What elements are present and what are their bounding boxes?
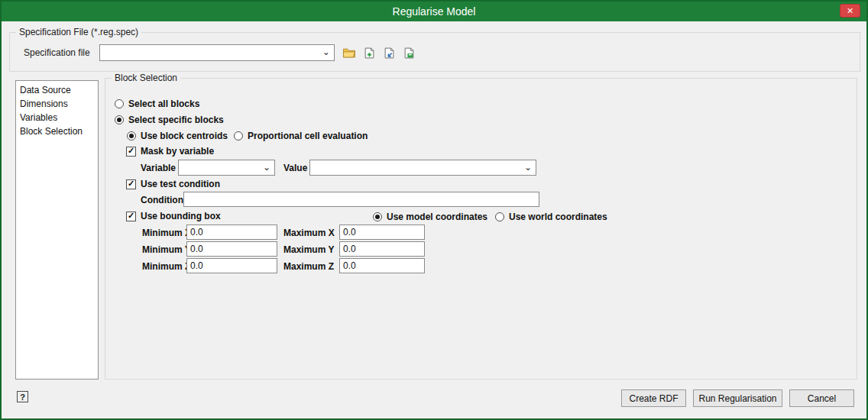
proportional-cell-evaluation-label: Proportional cell evaluation [248, 131, 368, 141]
select-specific-blocks-label: Select specific blocks [128, 115, 224, 125]
checkbox-icon [126, 179, 136, 189]
sidebar-item-data-source[interactable]: Data Source [16, 83, 98, 97]
specification-file-toolbar [342, 46, 416, 60]
create-rdf-button[interactable]: Create RDF [621, 389, 686, 407]
maximum-z-label: Maximum Z [283, 261, 334, 272]
maximum-y-input[interactable] [339, 241, 425, 257]
variable-label: Variable [141, 163, 176, 173]
minimum-y-input[interactable] [186, 241, 277, 257]
title-bar[interactable]: Regularise Model ✕ [2, 2, 866, 21]
specification-file-group-title: Specification File (*.reg.spec) [16, 27, 141, 37]
page-list: Data Source Dimensions Variables Block S… [15, 80, 99, 380]
close-button[interactable]: ✕ [840, 4, 860, 18]
minimum-z-label: Minimum Z [142, 261, 190, 272]
radio-icon [115, 99, 124, 108]
radio-icon [495, 212, 504, 221]
new-file-icon[interactable] [362, 46, 377, 60]
condition-label: Condition [141, 195, 183, 205]
sidebar-item-variables[interactable]: Variables [16, 111, 98, 124]
regularise-model-dialog: Regularise Model ✕ Specification File (*… [0, 0, 868, 420]
close-icon: ✕ [847, 5, 853, 17]
radio-icon [234, 131, 243, 141]
block-selection-group-title: Block Selection [112, 73, 180, 83]
minimum-z-input[interactable] [186, 258, 277, 273]
radio-icon [115, 115, 124, 124]
window-title: Regularise Model [393, 5, 476, 18]
maximum-y-label: Maximum Y [283, 244, 334, 255]
value-label: Value [283, 163, 307, 173]
chevron-down-icon: ⌄ [263, 163, 270, 172]
use-world-coordinates-radio[interactable]: Use world coordinates [495, 211, 607, 223]
minimum-x-input[interactable] [186, 225, 277, 240]
condition-input[interactable] [183, 192, 539, 207]
run-regularisation-button[interactable]: Run Regularisation [693, 389, 782, 407]
checkbox-icon [126, 212, 136, 221]
sidebar-item-block-selection[interactable]: Block Selection [16, 124, 98, 138]
minimum-y-label: Minimum Y [142, 244, 191, 255]
use-world-coordinates-label: Use world coordinates [509, 212, 607, 222]
use-block-centroids-label: Use block centroids [141, 131, 228, 141]
use-model-coordinates-label: Use model coordinates [387, 212, 487, 222]
mask-by-variable-label: Mask by variable [141, 146, 214, 157]
open-folder-icon[interactable] [342, 46, 357, 60]
cancel-button[interactable]: Cancel [789, 389, 854, 407]
maximum-x-input[interactable] [339, 225, 425, 240]
specification-file-group: Specification File (*.reg.spec) Specific… [9, 32, 860, 72]
specification-file-row: Specification file ⌄ [24, 44, 416, 61]
use-block-centroids-radio[interactable]: Use block centroids [127, 130, 228, 142]
maximum-z-input[interactable] [339, 258, 425, 273]
use-test-condition-label: Use test condition [141, 179, 220, 189]
variable-combobox[interactable]: ⌄ [178, 160, 275, 176]
select-specific-blocks-radio[interactable]: Select specific blocks [115, 114, 224, 126]
maximum-x-label: Maximum X [283, 228, 335, 238]
chevron-down-icon: ⌄ [524, 163, 532, 172]
help-button[interactable]: ? [17, 391, 28, 402]
import-file-icon[interactable] [382, 46, 397, 60]
mask-by-variable-checkbox[interactable]: Mask by variable [126, 145, 214, 157]
specification-file-combobox[interactable]: ⌄ [99, 44, 335, 61]
select-all-blocks-label: Select all blocks [128, 99, 199, 109]
use-test-condition-checkbox[interactable]: Use test condition [126, 178, 220, 190]
checkbox-icon [126, 147, 136, 157]
save-file-icon[interactable] [402, 46, 416, 60]
specification-file-label: Specification file [24, 47, 90, 58]
sidebar-item-dimensions[interactable]: Dimensions [16, 97, 98, 111]
question-mark-icon: ? [20, 393, 25, 402]
block-selection-group: Block Selection Select all blocks Select… [105, 78, 857, 380]
radio-icon [373, 212, 382, 221]
radio-icon [127, 131, 136, 141]
select-all-blocks-radio[interactable]: Select all blocks [115, 98, 199, 110]
proportional-cell-evaluation-radio[interactable]: Proportional cell evaluation [234, 130, 368, 142]
use-bounding-box-checkbox[interactable]: Use bounding box [126, 210, 221, 222]
value-combobox[interactable]: ⌄ [309, 160, 536, 176]
use-bounding-box-label: Use bounding box [141, 211, 221, 221]
use-model-coordinates-radio[interactable]: Use model coordinates [373, 211, 487, 223]
chevron-down-icon: ⌄ [322, 47, 330, 57]
minimum-x-label: Minimum X [142, 228, 191, 238]
